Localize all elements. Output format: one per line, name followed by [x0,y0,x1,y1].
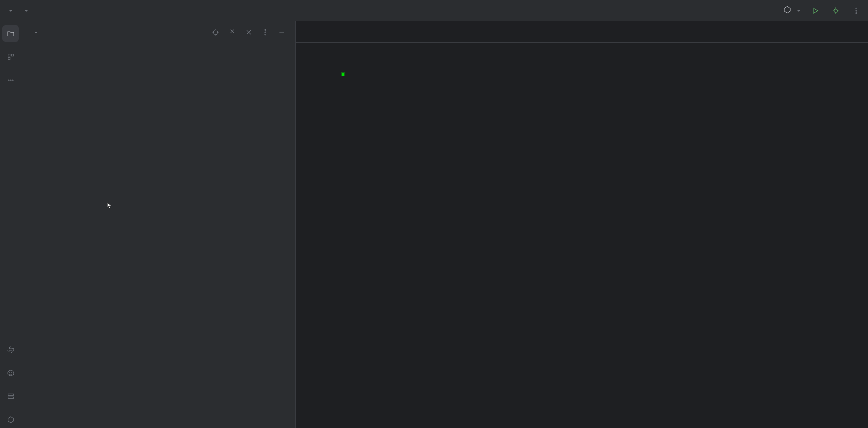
locate-file-button[interactable] [210,26,221,38]
svg-rect-12 [8,57,10,59]
problems-tool-button[interactable] [2,365,19,381]
editor-area [296,21,868,428]
svg-point-18 [11,372,12,373]
chevron-down-icon [9,7,13,14]
vcs-menu[interactable] [21,7,28,14]
expand-all-button[interactable] [226,26,238,38]
svg-point-7 [856,8,857,9]
svg-point-14 [10,80,11,81]
project-tree[interactable] [21,43,295,428]
svg-marker-1 [814,8,818,13]
svg-point-16 [8,370,14,376]
run-button[interactable] [810,5,821,17]
run-config-selector[interactable] [783,6,801,15]
svg-point-9 [856,12,857,13]
collapse-all-button[interactable] [243,26,254,38]
editor-code[interactable] [332,43,868,428]
editor-tabs [296,21,868,43]
more-actions-button[interactable] [850,5,862,17]
svg-rect-10 [8,54,10,56]
svg-point-8 [856,10,857,11]
top-toolbar [0,0,868,21]
svg-rect-11 [11,54,13,56]
chevron-down-icon[interactable] [34,29,38,36]
more-tool-button[interactable] [2,72,19,89]
svg-marker-0 [784,6,790,13]
services-tool-button[interactable] [2,388,19,405]
kubernetes-icon [783,6,791,15]
editor-body [296,43,868,428]
project-selector[interactable] [6,7,13,14]
svg-point-2 [834,9,838,12]
svg-point-15 [12,80,13,81]
editor-gutter [296,43,332,428]
chevron-down-icon [797,7,801,14]
svg-point-13 [8,80,9,81]
svg-point-30 [265,32,266,33]
project-tool-button[interactable] [2,25,19,42]
debug-button[interactable] [830,5,842,17]
svg-point-31 [265,34,266,35]
hide-panel-button[interactable] [276,26,288,38]
svg-rect-19 [8,394,13,395]
kubernetes-tool-button[interactable] [2,411,19,428]
project-panel-header [21,21,295,43]
svg-point-22 [213,30,217,34]
structure-tool-button[interactable] [2,49,19,65]
svg-rect-20 [8,397,13,398]
project-panel [21,21,296,428]
svg-marker-21 [8,417,13,423]
svg-point-29 [265,29,266,30]
panel-options-button[interactable] [259,26,271,38]
svg-point-17 [9,372,10,373]
python-console-button[interactable] [2,341,19,358]
left-tool-rail [0,21,21,428]
chevron-down-icon [24,7,28,14]
highlight-box [342,73,344,76]
